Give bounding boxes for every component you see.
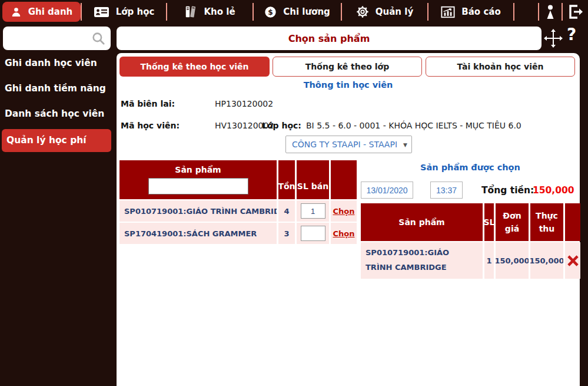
nav-separator	[513, 3, 514, 21]
caret-down-icon: ▼	[403, 142, 407, 148]
company-select-value: CÔNG TY STAAPI - STAAPI (	[286, 140, 397, 149]
column-header-label: Sản phẩm	[175, 165, 221, 174]
company-select[interactable]: CÔNG TY STAAPI - STAAPI ( ▼	[285, 136, 412, 153]
select-product-link[interactable]: Chọn	[333, 207, 355, 216]
date-input[interactable]	[361, 182, 413, 199]
products-table: Sản phẩm Tồn SL bán SP010719001:GIÁO TRÌ…	[119, 160, 357, 244]
tab-thong-ke-theo-lop[interactable]: Thống kê theo lớp	[273, 57, 422, 77]
nav-item-label: Kho lẻ	[204, 6, 235, 17]
receipt-code-value: HP130120002	[215, 99, 273, 108]
nav-item-label: Ghi danh	[28, 6, 73, 17]
nav-item-bao-cao[interactable]: Báo cáo	[428, 6, 513, 18]
column-header-received: Thực thu	[530, 203, 563, 241]
received-cell: 150,000	[530, 242, 563, 279]
student-info-title: Thông tin học viên	[117, 80, 580, 90]
student-code-label: Mã học viên:	[121, 121, 180, 130]
qty-input[interactable]	[301, 226, 325, 241]
column-header-delete	[565, 203, 580, 241]
search-icon	[91, 31, 106, 46]
class-value: BI 5.5 - 6.0 - 0001 - KHÓA HỌC IELTS - M…	[306, 121, 521, 130]
unit-price-cell: 150,000	[496, 242, 529, 279]
selected-products-table: Sản phẩm SL Đơn giá Thực thu SP010719001…	[361, 203, 580, 279]
column-header-label: SL	[484, 216, 494, 229]
nav-item-label: Lớp học	[116, 6, 155, 17]
nav-item-label: Quản lý	[376, 6, 413, 17]
select-product-link[interactable]: Chọn	[333, 229, 355, 238]
top-nav: Ghi danh Lớp học Kho lẻ $ Chi lương	[0, 0, 588, 24]
logout-button[interactable]	[563, 3, 588, 21]
qty-input[interactable]	[301, 203, 325, 219]
nav-item-quan-ly[interactable]: Quản lý	[342, 5, 427, 18]
column-header-label: Thực thu	[530, 209, 563, 236]
logout-icon	[567, 3, 584, 21]
tab-tai-khoan-hoc-vien[interactable]: Tài khoản học viên	[426, 57, 575, 77]
selected-products-title: Sản phẩm được chọn	[361, 163, 580, 172]
sidebar-search-box	[3, 27, 111, 50]
nav-item-label: Báo cáo	[461, 6, 500, 17]
column-header-action	[331, 160, 357, 199]
sidebar-item-label: Ghi danh học viên	[5, 58, 97, 68]
books-icon	[184, 5, 197, 18]
main-panel: Thống kê theo học viên Thống kê theo lớp…	[117, 53, 580, 386]
stock-cell: 4	[278, 200, 295, 222]
column-header-qty: SL	[484, 203, 494, 241]
page-titlebar: Chọn sản phẩm	[117, 27, 542, 50]
column-header-label: Đơn giá	[496, 209, 529, 236]
product-filter-input[interactable]	[148, 178, 248, 194]
time-input[interactable]	[430, 182, 463, 199]
app-window: Ghi danh Lớp học Kho lẻ $ Chi lương	[0, 0, 588, 386]
nav-item-chi-luong[interactable]: $ Chi lương	[254, 6, 341, 18]
nav-item-label: Chi lương	[283, 6, 330, 17]
column-header-label: SL bán	[297, 182, 328, 191]
move-icon[interactable]	[543, 28, 564, 51]
sidebar-item-ghi-danh-tiem-nang[interactable]: Ghi danh tiềm năng	[5, 83, 106, 94]
sidebar-item-label: Quản lý học phí	[6, 135, 87, 146]
user-profile-button[interactable]	[539, 4, 562, 19]
column-header-product: Sản phẩm	[361, 203, 483, 241]
column-header-qty: SL bán	[297, 160, 329, 199]
total-label: Tổng tiền:	[481, 185, 534, 196]
column-header-label: Sản phẩm	[398, 216, 444, 229]
class-label: Lớp học:	[262, 121, 301, 130]
nav-item-ghi-danh[interactable]: Ghi danh	[2, 2, 81, 22]
user-icon	[544, 4, 557, 19]
search-input[interactable]	[8, 29, 90, 48]
tab-label: Thống kê theo học viên	[140, 62, 248, 71]
product-cell: SP010719001:GIÁO TRÌNH CAMBRIDGE	[361, 242, 483, 279]
total-value: 150,000	[533, 185, 574, 196]
tab-label: Thống kê theo lớp	[305, 62, 389, 71]
stock-cell: 3	[278, 223, 295, 244]
gear-icon	[356, 5, 369, 18]
person-icon	[11, 6, 22, 18]
product-cell: SP170419001:SÁCH GRAMMER	[119, 223, 277, 244]
page-title: Chọn sản phẩm	[288, 33, 370, 44]
tab-label: Tài khoản học viên	[457, 62, 544, 71]
help-icon[interactable]: ?	[567, 25, 576, 44]
nav-item-lop-hoc[interactable]: Lớp học	[82, 6, 166, 18]
dollar-icon: $	[264, 6, 277, 18]
receipt-code-label: Mã biên lai:	[121, 99, 175, 108]
qty-cell: 1	[484, 242, 494, 279]
tab-thong-ke-theo-hoc-vien[interactable]: Thống kê theo học viên	[119, 57, 270, 77]
product-cell: SP010719001:GIÁO TRÌNH CAMBRIDGE	[119, 200, 277, 222]
sidebar-item-danh-sach-hoc-vien[interactable]: Danh sách học viên	[5, 108, 104, 119]
column-header-unit-price: Đơn giá	[496, 203, 529, 241]
column-header-product: Sản phẩm	[119, 160, 277, 199]
svg-text:$: $	[268, 8, 273, 16]
sidebar-item-label: Ghi danh tiềm năng	[5, 83, 106, 94]
sidebar-item-label: Danh sách học viên	[5, 108, 104, 119]
sidebar-item-quan-ly-hoc-phi[interactable]: Quản lý học phí	[2, 129, 111, 152]
column-header-stock: Tồn	[278, 160, 295, 199]
column-header-label: Tồn	[278, 182, 295, 191]
close-icon[interactable]	[567, 255, 579, 267]
sidebar-item-ghi-danh-hoc-vien[interactable]: Ghi danh học viên	[5, 58, 97, 68]
id-card-icon	[94, 6, 109, 18]
chart-icon	[441, 6, 455, 18]
nav-item-kho-le[interactable]: Kho lẻ	[167, 5, 253, 18]
